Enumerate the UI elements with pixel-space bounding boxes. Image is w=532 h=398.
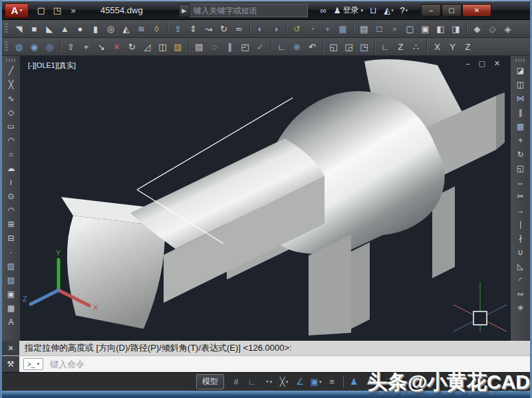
isodraft-icon[interactable]: ╳▾ (276, 375, 292, 389)
point-icon[interactable]: ∙ (4, 246, 19, 259)
cylinder-icon[interactable]: ▮ (88, 21, 103, 36)
vs-hidden-icon[interactable]: ▢ (402, 21, 418, 36)
extrude-icon[interactable]: ⇧ (170, 21, 186, 36)
erase-icon[interactable]: ◪ (513, 64, 528, 77)
line-icon[interactable]: ╱ (4, 64, 19, 77)
copy-faces-icon[interactable]: ◫ (155, 39, 170, 54)
vs-wireframe-icon[interactable]: ▫ (387, 21, 402, 36)
copy-icon[interactable]: ◫ (513, 78, 528, 91)
offset-icon[interactable]: ∥ (513, 106, 528, 119)
search-binoculars-icon[interactable]: ∞ (316, 3, 331, 18)
box-icon[interactable]: ■ (27, 21, 42, 36)
viewport-minimize-button[interactable]: – (466, 59, 469, 68)
polygon-icon[interactable]: ◇ (4, 106, 19, 119)
sweep-icon[interactable]: ↝ (201, 21, 216, 36)
vs-2d-wireframe-icon[interactable]: □ (372, 21, 387, 36)
cone-icon[interactable]: ▲ (57, 21, 72, 36)
a360-icon[interactable]: ◭▾ (381, 3, 396, 18)
break-at-point-icon[interactable]: ∣ (513, 218, 528, 231)
app-menu-button[interactable]: A ▾ (5, 3, 29, 18)
union-icon[interactable]: ◍ (11, 39, 27, 54)
explode-icon[interactable]: ✳ (513, 301, 528, 315)
polyline-icon[interactable]: ∿ (4, 92, 19, 105)
model-viewport[interactable]: [-][OLE1][真实] –▢✕ (20, 56, 511, 341)
delete-faces-icon[interactable]: ✕ (109, 39, 124, 54)
viewport-close-button[interactable]: ✕ (494, 59, 500, 68)
command-prompt-button[interactable]: >_ ▾ (23, 358, 43, 370)
ucs-zaxis-icon[interactable]: Z (393, 39, 408, 54)
move-faces-icon[interactable]: + (78, 39, 94, 54)
intersect-icon[interactable]: ◎ (42, 39, 57, 54)
planar-surface-icon[interactable]: ◊ (149, 21, 164, 36)
help-icon[interactable]: ?▾ (396, 3, 412, 18)
make-block-icon[interactable]: ⊟ (4, 232, 19, 245)
cart-icon[interactable]: ⊔ (366, 3, 381, 18)
ucs-rotate-x-icon[interactable]: X (430, 39, 445, 54)
constrained-orbit-icon[interactable]: ↺ (289, 21, 305, 36)
mtext-icon[interactable]: A (4, 315, 19, 329)
revolve-icon[interactable]: ↻ (216, 21, 231, 36)
presspull-icon[interactable]: ⇕ (186, 21, 201, 36)
restore-button[interactable]: ▢ (442, 4, 462, 17)
vs-sketchy-icon[interactable]: ◇ (485, 21, 500, 36)
taper-faces-icon[interactable]: ◿ (140, 39, 155, 54)
clean-icon[interactable]: ◌ (207, 39, 222, 54)
model-space-button[interactable]: 模型 (196, 374, 224, 389)
grid-icon[interactable]: # (228, 375, 244, 389)
close-button[interactable]: ✕ (462, 4, 491, 17)
insert-block-icon[interactable]: ⊞ (4, 218, 19, 231)
extend-icon[interactable]: → (513, 204, 528, 217)
fillet-icon[interactable]: ◜ (513, 274, 528, 287)
table-icon[interactable]: ▦ (4, 301, 19, 315)
vs-xray-icon[interactable]: ◈ (500, 21, 515, 36)
ucs-view-icon[interactable]: ◳ (356, 39, 372, 54)
wedge-icon[interactable]: ◣ (42, 21, 57, 36)
revision-cloud-icon[interactable]: ☁ (4, 162, 19, 175)
subtract-icon[interactable]: ◉ (27, 39, 42, 54)
signin-button[interactable]: ♟ 登录 ▾ (334, 5, 363, 16)
toolbar-grip[interactable] (6, 59, 17, 62)
vs-conceptual-icon[interactable]: ◧ (433, 21, 448, 36)
stretch-icon[interactable]: ↔ (513, 176, 528, 189)
ellipse-arc-icon[interactable]: ◠ (4, 204, 19, 217)
ucs-3point-icon[interactable]: ∴ (408, 39, 424, 54)
customize-wrench-icon[interactable]: ⚒ (2, 356, 19, 372)
extrude-faces-icon[interactable]: ⇧ (63, 39, 78, 54)
ortho-icon[interactable]: ∟ (244, 375, 260, 389)
new-file-icon[interactable]: ▢ (34, 4, 49, 17)
vs-realistic-icon[interactable]: ▣ (418, 21, 433, 36)
search-input[interactable] (190, 4, 308, 17)
visual-styles-manager-icon[interactable]: ▤ (356, 21, 372, 36)
lineweight-icon[interactable]: ≡ (324, 375, 340, 389)
pyramid-icon[interactable]: ◭ (118, 21, 134, 36)
ucs-icon[interactable]: ∟ (274, 39, 289, 54)
separate-icon[interactable]: ∥ (222, 39, 237, 54)
command-close-button[interactable]: ✕ (2, 341, 19, 355)
search-button[interactable]: ▶ (179, 4, 190, 17)
ucs-rotate-z-icon[interactable]: Z (460, 39, 475, 54)
chamfer-icon[interactable]: ◺ (513, 260, 528, 273)
ucs-world-icon[interactable]: ⊕ (289, 39, 305, 54)
spline-icon[interactable]: ≀ (4, 176, 19, 189)
polysolid-icon[interactable]: ◥ (11, 21, 27, 36)
toolbar-grip[interactable] (5, 41, 8, 52)
shell-icon[interactable]: ◰ (237, 39, 253, 54)
viewport-label[interactable]: [-][OLE1][真实] (28, 61, 76, 71)
mirror-icon[interactable]: ⋈ (513, 92, 528, 105)
ucs-rotate-y-icon[interactable]: Y (445, 39, 460, 54)
region-icon[interactable]: ▣ (4, 288, 19, 301)
ucs-object-icon[interactable]: ◲ (341, 39, 356, 54)
loft-icon[interactable]: ≂ (231, 21, 247, 36)
gradient-icon[interactable]: ▧ (4, 274, 19, 287)
vs-shades-of-gray-icon[interactable]: ◆ (469, 21, 485, 36)
torus-icon[interactable]: ◎ (103, 21, 118, 36)
section-plane-icon[interactable]: ◐ (253, 21, 268, 36)
rotate-faces-icon[interactable]: ↻ (124, 39, 140, 54)
color-faces-icon[interactable]: ▨ (170, 39, 186, 54)
arc-icon[interactable]: ◠ (4, 134, 19, 147)
ucs-origin-icon[interactable]: ∟ (378, 39, 393, 54)
hatch-icon[interactable]: ▨ (4, 260, 19, 273)
vs-shaded-icon[interactable]: ◨ (448, 21, 464, 36)
trim-icon[interactable]: ✂ (513, 190, 528, 203)
sphere-icon[interactable]: ● (72, 21, 88, 36)
